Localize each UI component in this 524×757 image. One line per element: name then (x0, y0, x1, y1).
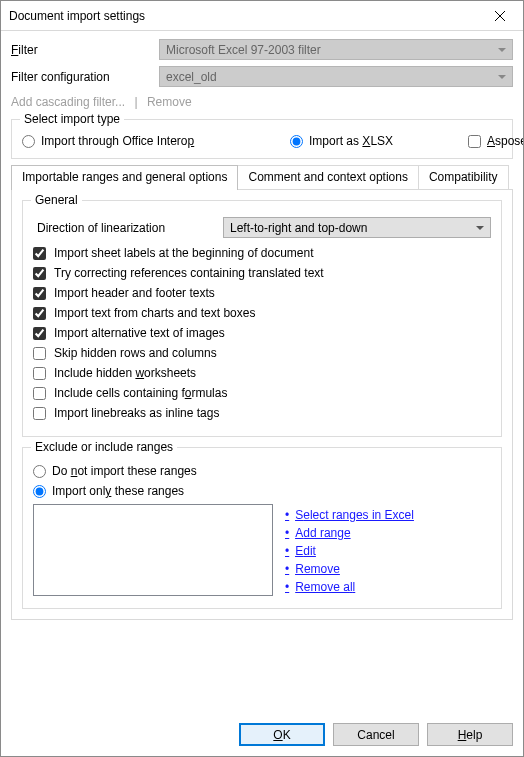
action-remove[interactable]: Remove (285, 562, 414, 576)
chk-hidden-worksheets-label: Include hidden worksheets (54, 366, 196, 380)
direction-label: Direction of linearization (33, 221, 223, 235)
filter-config-combo[interactable]: excel_old (159, 66, 513, 87)
chk-charts-textboxes-label: Import text from charts and text boxes (54, 306, 255, 320)
window-title: Document import settings (9, 9, 477, 23)
ranges-legend: Exclude or include ranges (31, 440, 177, 454)
filter-config-value: excel_old (166, 70, 217, 84)
chk-header-footer[interactable] (33, 287, 46, 300)
close-icon (495, 11, 505, 21)
dialog-footer: OK Cancel Help (1, 713, 523, 756)
add-cascading-filter-link[interactable]: Add cascading filter... (11, 95, 125, 109)
radio-import-only-label: Import only these ranges (52, 484, 184, 498)
radio-do-not-import[interactable] (33, 465, 46, 478)
tab-body: General Direction of linearization Left-… (11, 189, 513, 620)
close-button[interactable] (477, 1, 523, 31)
radio-import-xlsx[interactable] (290, 135, 303, 148)
ranges-group: Exclude or include ranges Do not import … (22, 447, 502, 609)
chk-correct-refs[interactable] (33, 267, 46, 280)
action-remove-all[interactable]: Remove all (285, 580, 414, 594)
tabstrip: Importable ranges and general options Co… (11, 165, 513, 189)
chk-alt-text-label: Import alternative text of images (54, 326, 225, 340)
tab-comment-context[interactable]: Comment and context options (237, 165, 418, 189)
chk-skip-hidden[interactable] (33, 347, 46, 360)
radio-office-interop-label: Import through Office Interop (41, 134, 194, 148)
direction-value: Left-to-right and top-down (230, 221, 367, 235)
import-type-group: Select import type Import through Office… (11, 119, 513, 159)
chk-sheet-labels[interactable] (33, 247, 46, 260)
action-add-range[interactable]: Add range (285, 526, 414, 540)
tab-compatibility[interactable]: Compatibility (418, 165, 509, 189)
chk-linebreaks[interactable] (33, 407, 46, 420)
filter-combo[interactable]: Microsoft Excel 97-2003 filter (159, 39, 513, 60)
help-button[interactable]: Help (427, 723, 513, 746)
ranges-listbox[interactable] (33, 504, 273, 596)
ok-button[interactable]: OK (239, 723, 325, 746)
titlebar: Document import settings (1, 1, 523, 31)
chk-header-footer-label: Import header and footer texts (54, 286, 215, 300)
chk-correct-refs-label: Try correcting references containing tra… (54, 266, 324, 280)
chk-hidden-worksheets[interactable] (33, 367, 46, 380)
radio-do-not-import-label: Do not import these ranges (52, 464, 197, 478)
filter-config-label: Filter configuration (11, 70, 159, 84)
chk-alt-text[interactable] (33, 327, 46, 340)
cancel-button[interactable]: Cancel (333, 723, 419, 746)
radio-import-xlsx-label: Import as XLSX (309, 134, 393, 148)
radio-import-only[interactable] (33, 485, 46, 498)
chk-formulas-label: Include cells containing formulas (54, 386, 227, 400)
chk-sheet-labels-label: Import sheet labels at the beginning of … (54, 246, 314, 260)
general-legend: General (31, 193, 82, 207)
chk-linebreaks-label: Import linebreaks as inline tags (54, 406, 219, 420)
chk-formulas[interactable] (33, 387, 46, 400)
checkbox-aspose[interactable] (468, 135, 481, 148)
chk-charts-textboxes[interactable] (33, 307, 46, 320)
chk-skip-hidden-label: Skip hidden rows and columns (54, 346, 217, 360)
remove-cascading-filter-link[interactable]: Remove (147, 95, 192, 109)
filter-value: Microsoft Excel 97-2003 filter (166, 43, 321, 57)
action-edit[interactable]: Edit (285, 544, 414, 558)
radio-office-interop[interactable] (22, 135, 35, 148)
direction-select[interactable]: Left-to-right and top-down (223, 217, 491, 238)
action-select-ranges-excel[interactable]: Select ranges in Excel (285, 508, 414, 522)
checkbox-aspose-label: Aspose (487, 134, 524, 148)
general-group: General Direction of linearization Left-… (22, 200, 502, 437)
separator: | (134, 95, 137, 109)
tab-importable-ranges[interactable]: Importable ranges and general options (11, 165, 238, 190)
import-type-legend: Select import type (20, 112, 124, 126)
filter-label: Filter (11, 43, 159, 57)
